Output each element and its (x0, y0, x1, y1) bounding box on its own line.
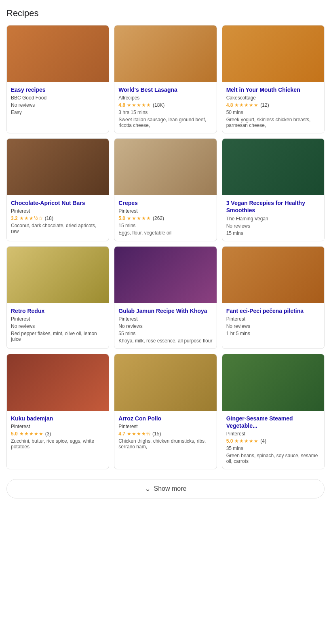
recipe-image (7, 139, 109, 195)
recipe-image (222, 247, 324, 303)
recipe-source: Pinterest (11, 208, 105, 214)
review-count: (18K) (153, 102, 164, 108)
recipe-card[interactable]: Chocolate-Apricot Nut BarsPinterest3.2★★… (6, 138, 109, 241)
recipe-source: The Flaming Vegan (226, 216, 320, 222)
show-more-label: Show more (154, 485, 187, 492)
recipe-rating-row: 5.0★★★★★(262) (118, 215, 212, 221)
card-body: Chocolate-Apricot Nut BarsPinterest3.2★★… (7, 195, 109, 241)
recipe-source: Pinterest (118, 316, 212, 322)
recipe-card[interactable]: Easy recipesBBC Good FoodNo reviewsEasy (6, 25, 109, 133)
recipe-title[interactable]: Kuku bademjan (11, 415, 105, 422)
recipe-image (114, 139, 216, 195)
rating-value: 5.0 (118, 215, 125, 221)
recipe-card[interactable]: Retro ReduxPinterestNo reviewsRed pepper… (6, 246, 109, 349)
recipe-card[interactable]: Kuku bademjanPinterest5.0★★★★★(3)Zucchin… (6, 354, 109, 469)
no-reviews-label: No reviews (118, 323, 212, 329)
recipe-title[interactable]: Arroz Con Pollo (118, 415, 212, 422)
recipe-time: 35 mins (226, 446, 320, 451)
recipe-image (114, 25, 216, 82)
recipe-image (222, 25, 324, 82)
recipe-rating-row: 4.7★★★★½(15) (118, 431, 212, 437)
recipe-card[interactable]: Fant eci-Peci pečena piletinaPinterestNo… (222, 246, 325, 349)
recipe-title[interactable]: Melt in Your Mouth Chicken (226, 86, 320, 93)
review-count: (3) (45, 431, 51, 437)
rating-value: 5.0 (226, 438, 233, 444)
recipe-rating-row: 4.8★★★★★(12) (226, 102, 320, 108)
rating-value: 4.8 (226, 102, 233, 108)
recipe-card[interactable]: CrepesPinterest5.0★★★★★(262)15 minsEggs,… (114, 138, 217, 241)
recipe-ingredients: Green beans, spinach, soy sauce, sesame … (226, 453, 320, 464)
no-reviews-label: No reviews (11, 323, 105, 329)
recipe-image (114, 354, 216, 411)
rating-value: 5.0 (11, 431, 18, 437)
recipe-title[interactable]: Chocolate-Apricot Nut Bars (11, 199, 105, 207)
recipe-title[interactable]: Gulab Jamun Recipe With Khoya (118, 307, 212, 315)
review-count: (18) (45, 215, 53, 221)
recipe-source: Cakescottage (226, 95, 320, 101)
recipe-card[interactable]: Ginger-Sesame Steamed Vegetable...Pinter… (222, 354, 325, 469)
recipe-time: 15 mins (226, 230, 320, 236)
recipe-source: Pinterest (118, 424, 212, 429)
recipe-rating-row: 5.0★★★★★(3) (11, 431, 105, 437)
recipe-title[interactable]: Retro Redux (11, 307, 105, 315)
recipe-ingredients: Greek yogurt, skinless chicken breasts, … (226, 117, 320, 128)
card-body: Kuku bademjanPinterest5.0★★★★★(3)Zucchin… (7, 411, 109, 469)
recipe-title[interactable]: Crepes (118, 199, 212, 207)
recipe-title[interactable]: Easy recipes (11, 86, 105, 93)
recipe-difficulty: Easy (11, 110, 105, 115)
card-body: Arroz Con PolloPinterest4.7★★★★½(15)Chic… (114, 411, 216, 469)
recipe-card[interactable]: Arroz Con PolloPinterest4.7★★★★½(15)Chic… (114, 354, 217, 469)
no-reviews-label: No reviews (226, 223, 320, 229)
stars-icon: ★★★★★ (19, 431, 44, 437)
recipe-time: 15 mins (118, 223, 212, 228)
card-body: Easy recipesBBC Good FoodNo reviewsEasy (7, 82, 109, 133)
recipe-source: Allrecipes (118, 95, 212, 101)
no-reviews-label: No reviews (11, 102, 105, 108)
review-count: (262) (153, 215, 164, 221)
recipe-card[interactable]: 3 Vegan Recepies for Healthy SmoothiesTh… (222, 138, 325, 241)
recipe-title[interactable]: World's Best Lasagna (118, 86, 212, 93)
card-body: 3 Vegan Recepies for Healthy SmoothiesTh… (222, 195, 324, 241)
recipe-source: Pinterest (11, 424, 105, 429)
card-body: CrepesPinterest5.0★★★★★(262)15 minsEggs,… (114, 195, 216, 241)
recipe-ingredients: Coconut, dark chocolate, dried apricots,… (11, 223, 105, 234)
recipe-title[interactable]: Ginger-Sesame Steamed Vegetable... (226, 415, 320, 429)
recipe-image (7, 354, 109, 411)
recipe-source: BBC Good Food (11, 95, 105, 101)
review-count: (15) (152, 431, 161, 437)
chevron-down-icon: ⌄ (145, 485, 151, 492)
rating-value: 4.8 (118, 102, 125, 108)
recipe-image (114, 247, 216, 303)
rating-value: 3.2 (11, 215, 18, 221)
recipe-time: 3 hrs 15 mins (118, 110, 212, 115)
recipe-image (7, 25, 109, 82)
rating-value: 4.7 (118, 431, 125, 437)
recipe-rating-row: 5.0★★★★★(4) (226, 438, 320, 444)
recipe-source: Pinterest (226, 316, 320, 322)
recipe-image (7, 247, 109, 303)
recipe-title[interactable]: 3 Vegan Recepies for Healthy Smoothies (226, 199, 320, 214)
recipe-card[interactable]: Melt in Your Mouth ChickenCakescottage4.… (222, 25, 325, 133)
recipe-source: Pinterest (11, 316, 105, 322)
card-body: Fant eci-Peci pečena piletinaPinterestNo… (222, 303, 324, 348)
card-body: Ginger-Sesame Steamed Vegetable...Pinter… (222, 411, 324, 469)
recipe-source: Pinterest (118, 208, 212, 214)
recipe-time: 1 hr 5 mins (226, 331, 320, 336)
stars-icon: ★★★½☆ (19, 215, 43, 221)
recipe-ingredients: Eggs, flour, vegetable oil (118, 230, 212, 236)
review-count: (12) (260, 102, 269, 108)
show-more-button[interactable]: ⌄ Show more (6, 479, 325, 498)
recipe-title[interactable]: Fant eci-Peci pečena piletina (226, 307, 320, 315)
stars-icon: ★★★★½ (127, 431, 151, 437)
recipe-ingredients: Chicken thighs, chicken drumsticks, ribs… (118, 438, 212, 450)
recipe-image (222, 354, 324, 411)
recipe-card[interactable]: Gulab Jamun Recipe With KhoyaPinterestNo… (114, 246, 217, 349)
review-count: (4) (260, 438, 266, 444)
recipe-ingredients: Sweet italian sausage, lean ground beef,… (118, 117, 212, 128)
recipe-rating-row: 4.8★★★★★(18K) (118, 102, 212, 108)
card-body: Melt in Your Mouth ChickenCakescottage4.… (222, 82, 324, 133)
recipe-image (222, 139, 324, 195)
page-title: Recipes (6, 8, 325, 19)
recipe-card[interactable]: World's Best LasagnaAllrecipes4.8★★★★★(1… (114, 25, 217, 133)
recipes-grid: Easy recipesBBC Good FoodNo reviewsEasyW… (6, 25, 325, 469)
